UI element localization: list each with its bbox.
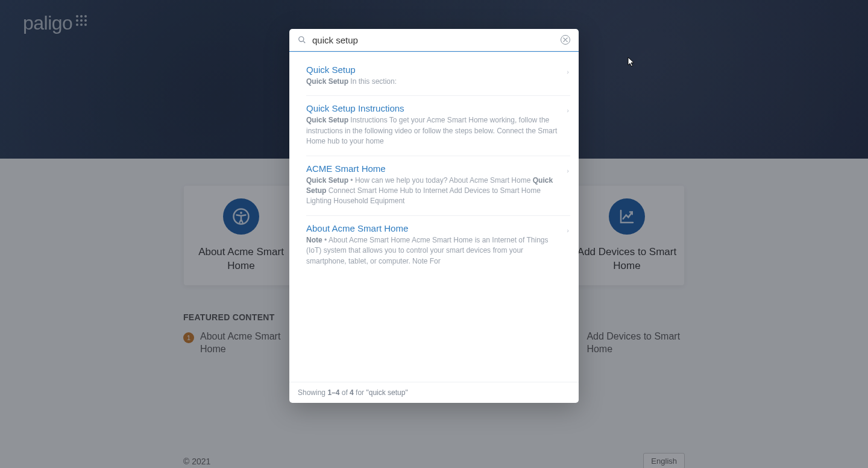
- result-3-title-rest: ACME Smart Home: [306, 163, 386, 174]
- search-result-3[interactable]: › ACME Smart Home Quick Setup • How can …: [306, 156, 570, 216]
- search-result-4[interactable]: › About Acme Smart Home Note • About Acm…: [306, 216, 570, 275]
- result-4-title-rest: About Acme Smart Home: [306, 223, 408, 233]
- result-1-title-bold: Quick Setup: [306, 65, 356, 75]
- result-2-title-bold: Quick Setup: [306, 103, 356, 113]
- result-3-desc-rest: • How can we help you today? About Acme …: [348, 176, 533, 185]
- chevron-right-icon: ›: [567, 227, 569, 234]
- search-results-list: › Quick Setup Quick Setup In this sectio…: [289, 51, 579, 382]
- search-modal: › Quick Setup Quick Setup In this sectio…: [289, 29, 579, 403]
- footer-total: 4: [350, 388, 354, 397]
- chevron-right-icon: ›: [567, 107, 569, 114]
- search-result-1[interactable]: › Quick Setup Quick Setup In this sectio…: [306, 57, 570, 96]
- svg-point-2: [299, 37, 304, 42]
- clear-search-button[interactable]: [561, 35, 570, 45]
- result-1-desc-rest: In this section:: [348, 77, 397, 86]
- result-3-desc-rest2: Connect Smart Home Hub to Internet Add D…: [306, 186, 541, 205]
- footer-of: of: [339, 388, 350, 397]
- footer-prefix: Showing: [298, 388, 327, 397]
- results-footer: Showing 1–4 of 4 for "quick setup": [289, 382, 579, 403]
- footer-for: for: [354, 388, 366, 397]
- search-icon: [298, 36, 306, 44]
- search-input[interactable]: [306, 35, 561, 45]
- chevron-right-icon: ›: [567, 167, 569, 174]
- chevron-right-icon: ›: [567, 68, 569, 75]
- result-2-desc-bold: Quick Setup: [306, 116, 348, 124]
- result-3-desc-bold: Quick Setup: [306, 176, 348, 185]
- result-2-title-rest: Instructions: [356, 103, 404, 113]
- search-result-2[interactable]: › Quick Setup Instructions Quick Setup I…: [306, 96, 570, 156]
- footer-term: "quick setup": [366, 388, 407, 397]
- result-4-desc-rest: • About Acme Smart Home Acme Smart Home …: [306, 236, 548, 265]
- footer-range: 1–4: [327, 388, 339, 397]
- result-1-desc-bold: Quick Setup: [306, 77, 348, 86]
- result-4-desc-bold: Note: [306, 236, 322, 244]
- search-bar: [289, 29, 579, 51]
